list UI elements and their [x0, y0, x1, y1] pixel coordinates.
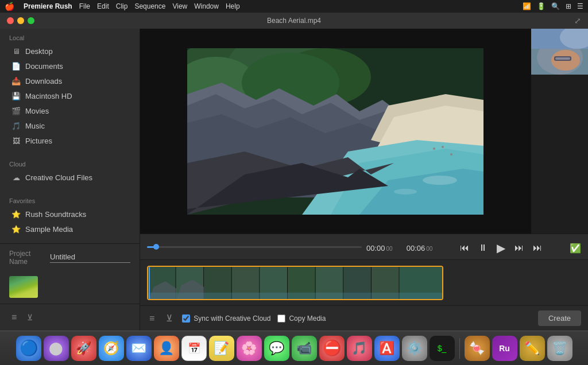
sidebar-item-label: Creative Cloud Files [25, 173, 92, 182]
video-preview [140, 29, 531, 234]
dock-appstore[interactable]: 🅰️ [374, 336, 400, 361]
menu-sequence[interactable]: Sequence [134, 2, 165, 10]
svg-point-16 [433, 147, 435, 150]
filter-icon-button[interactable]: ⊻ [164, 310, 175, 326]
dock-notes[interactable]: 📝 [209, 336, 234, 361]
sidebar-item-music[interactable]: 🎵 Music [2, 119, 137, 133]
maximize-button[interactable] [28, 17, 34, 24]
dock-finder[interactable]: 🔵 [16, 336, 41, 361]
dock-mail[interactable]: ✉️ [126, 336, 152, 361]
dock-contacts[interactable]: 👤 [154, 336, 179, 361]
menubar: 🍎 Premiere Rush File Edit Clip Sequence … [0, 0, 588, 13]
menu-view[interactable]: View [172, 2, 187, 10]
side-thumb-image [531, 29, 588, 75]
dock-safari[interactable]: 🧭 [99, 336, 124, 361]
dock-premiere-rush[interactable]: Ru [492, 336, 517, 361]
dock-siri[interactable]: ⬤ [44, 336, 69, 361]
menu-edit[interactable]: Edit [97, 2, 109, 10]
filter-menu-button[interactable]: ≡ [9, 310, 19, 325]
project-name-label: Project Name [9, 250, 45, 266]
skip-to-start-button[interactable]: ⏮ [458, 242, 471, 254]
sidebar-item-documents[interactable]: 📄 Documents [2, 59, 137, 73]
notification-icon[interactable]: ☰ [577, 2, 583, 10]
sidebar-item-movies[interactable]: 🎬 Movies [2, 104, 137, 118]
close-button[interactable] [7, 17, 14, 24]
side-panel [531, 29, 588, 234]
control-center-icon[interactable]: ⊞ [566, 2, 571, 10]
dock-blocked[interactable]: ⛔ [319, 336, 345, 361]
menu-clip[interactable]: Clip [116, 2, 128, 10]
sidebar-item-pictures[interactable]: 🖼 Pictures [2, 134, 137, 147]
svg-point-17 [442, 146, 444, 148]
play-button[interactable]: ▶ [494, 240, 508, 256]
window-title: Beach Aerial.mp4 [267, 17, 321, 25]
sidebar-item-creative-cloud[interactable]: ☁ Creative Cloud Files [2, 170, 137, 184]
apple-menu[interactable]: 🍎 [5, 2, 14, 11]
svg-point-15 [394, 189, 417, 195]
app-name: Premiere Rush [24, 2, 72, 10]
project-thumbnail [9, 276, 38, 298]
menu-window[interactable]: Window [194, 2, 219, 10]
sidebar-item-rush-soundtracks[interactable]: ⭐ Rush Soundtracks [2, 207, 137, 221]
dock-system-preferences[interactable]: ⚙️ [402, 336, 427, 361]
copy-media-checkbox[interactable] [277, 314, 285, 323]
dock-terminal[interactable]: $_ [430, 336, 455, 361]
sidebar-item-label: Documents [25, 62, 63, 71]
sidebar-item-label: Downloads [25, 77, 62, 86]
dock-trash[interactable]: 🗑️ [547, 336, 572, 361]
dock-sketch[interactable]: ✏️ [520, 336, 545, 361]
timeline-frames [148, 267, 442, 300]
done-icon: ✅ [570, 243, 581, 254]
dock-music[interactable]: 🎵 [347, 336, 372, 361]
step-forward-button[interactable]: ⏭ [512, 242, 526, 254]
dock-photos[interactable]: 🌸 [237, 336, 262, 361]
dock-candy[interactable]: 🍬 [465, 336, 490, 361]
time-total-sub: 00 [426, 246, 432, 252]
menubar-right: 📶 🔋 🔍 ⊞ ☰ [523, 2, 583, 10]
step-back-button[interactable]: ⏸ [476, 242, 490, 254]
expand-icon[interactable]: ⤢ [574, 16, 581, 25]
right-content: 00:00 00 00:06 00 ⏮ ⏸ ▶ ⏭ ⏭ ✅ [140, 29, 588, 331]
create-button[interactable]: Create [538, 310, 581, 326]
sidebar-bottom-toolbar: ≡ ⊻ [0, 304, 140, 331]
search-icon[interactable]: 🔍 [551, 2, 560, 10]
wifi-icon: 📶 [523, 2, 531, 10]
hamburger-button[interactable]: ≡ [147, 311, 157, 326]
documents-icon: 📄 [11, 61, 21, 71]
minimize-button[interactable] [17, 17, 24, 24]
sidebar-item-macintosh-hd[interactable]: 💾 Macintosh HD [2, 89, 137, 103]
dock-facetime[interactable]: 📹 [292, 336, 317, 361]
filter-button[interactable]: ⊻ [25, 310, 35, 324]
sync-checkbox[interactable] [182, 314, 190, 323]
bottom-toolbar: ≡ ⊻ Sync with Creative Cloud Copy Media … [140, 305, 588, 331]
sidebar-item-downloads[interactable]: 📥 Downloads [2, 74, 137, 88]
battery-icon: 🔋 [537, 2, 546, 10]
desktop-icon: 🖥 [11, 46, 21, 56]
sidebar-item-sample-media[interactable]: ⭐ Sample Media [2, 222, 137, 236]
sidebar-item-label: Rush Soundtracks [25, 210, 86, 219]
svg-rect-51 [148, 292, 442, 300]
dock-launchpad[interactable]: 🚀 [71, 336, 96, 361]
dock-messages[interactable]: 💬 [264, 336, 289, 361]
music-icon: 🎵 [11, 121, 21, 130]
video-content [187, 48, 483, 215]
timeline-strip[interactable] [147, 266, 443, 300]
menu-file[interactable]: File [79, 2, 90, 10]
preview-area [140, 29, 588, 234]
time-current-main: 00:00 [366, 244, 385, 253]
menu-help[interactable]: Help [226, 2, 240, 10]
star-icon: ⭐ [11, 209, 21, 219]
dock-calendar[interactable]: 📅 [181, 336, 207, 361]
project-name-input[interactable] [50, 253, 130, 263]
sync-checkbox-label[interactable]: Sync with Creative Cloud [182, 314, 270, 323]
sidebar-item-label: Sample Media [25, 225, 73, 234]
main-content: Local 🖥 Desktop 📄 Documents 📥 Downloads … [0, 29, 588, 331]
copy-media-checkbox-label[interactable]: Copy Media [277, 314, 326, 323]
skip-to-end-button[interactable]: ⏭ [531, 242, 544, 254]
svg-point-18 [450, 153, 452, 156]
playback-controls: 00:00 00 00:06 00 ⏮ ⏸ ▶ ⏭ ⏭ ✅ [140, 234, 588, 259]
sync-label-text: Sync with Creative Cloud [194, 314, 270, 323]
dock-divider [459, 338, 460, 359]
sidebar-item-label: Pictures [25, 137, 52, 145]
sidebar-item-desktop[interactable]: 🖥 Desktop [2, 44, 137, 58]
